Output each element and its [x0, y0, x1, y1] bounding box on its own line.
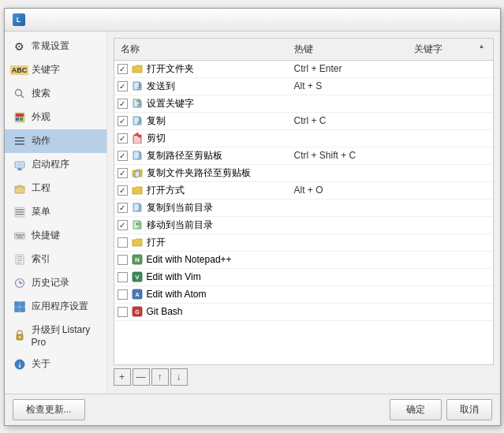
cancel-button[interactable]: 取消 — [446, 399, 492, 420]
project-icon — [13, 181, 27, 196]
table-header: 名称 热键 关键字 ▲ — [114, 39, 493, 61]
row-checkbox[interactable] — [118, 168, 128, 178]
main-area: 名称 热键 关键字 ▲ 打开文件夹Ctrl + Enter发送到Alt + S设… — [107, 32, 500, 394]
sidebar-item-hotkey[interactable]: ABC关键字 — [5, 58, 106, 82]
move-up-button[interactable]: ↑ — [151, 368, 169, 386]
sidebar-item-label: 索引 — [32, 252, 50, 266]
row-checkbox[interactable] — [118, 81, 128, 91]
svg-rect-20 — [18, 234, 21, 236]
index-icon — [13, 252, 27, 267]
row-checkbox[interactable] — [118, 307, 128, 317]
row-checkbox[interactable] — [118, 185, 128, 196]
sidebar-item-label: 关于 — [32, 357, 50, 371]
row-label: 剪切 — [147, 132, 166, 145]
confirm-button[interactable]: 确定 — [390, 399, 442, 420]
row-label: 移动到当前目录 — [147, 218, 213, 232]
row-label: 设置关键字 — [147, 97, 194, 110]
row-name-cell: 复制文件夹路径至剪贴板 — [118, 166, 291, 180]
table-row[interactable]: 设置关键字 — [114, 95, 493, 113]
sidebar-item-appsettings[interactable]: 应用程序设置 — [5, 295, 106, 319]
row-checkbox[interactable] — [118, 203, 128, 213]
add-action-button[interactable]: + — [114, 368, 131, 386]
row-icon — [131, 236, 144, 248]
sidebar-item-programs[interactable]: 启动程序 — [5, 153, 106, 177]
footer: 检查更新... 确定 取消 — [5, 394, 500, 425]
move-down-button[interactable]: ↓ — [170, 368, 188, 386]
hotkey-icon: ABC — [13, 63, 27, 77]
actions-table-container: 名称 热键 关键字 ▲ 打开文件夹Ctrl + Enter发送到Alt + S设… — [114, 38, 494, 365]
row-name-cell: 设置关键字 — [118, 97, 291, 110]
table-row[interactable]: 剪切 — [114, 130, 493, 147]
app-icon: L — [13, 13, 25, 26]
sidebar-item-general[interactable]: ⚙常规设置 — [5, 35, 106, 58]
svg-point-0 — [15, 89, 21, 95]
row-name-cell: GGit Bash — [118, 305, 291, 318]
table-row[interactable]: NEdit with Notepad++ — [114, 252, 493, 269]
row-label: 打开文件夹 — [147, 62, 194, 76]
table-row[interactable]: 复制路径至剪贴板Ctrl + Shift + C — [114, 147, 493, 165]
row-checkbox[interactable] — [118, 99, 128, 109]
row-checkbox[interactable] — [118, 220, 128, 230]
row-label: 复制文件夹路径至剪贴板 — [147, 166, 251, 180]
sidebar-item-label: 常规设置 — [32, 39, 69, 53]
sidebar-item-upgrade[interactable]: 升级到 Listary Pro — [5, 319, 106, 353]
row-name-cell: AEdit with Atom — [118, 288, 291, 300]
scroll-up-arrow[interactable]: ▲ — [477, 43, 487, 47]
row-icon — [131, 114, 144, 127]
sidebar-item-label: 工程 — [32, 181, 50, 195]
table-row[interactable]: 复制文件夹路径至剪贴板 — [114, 165, 493, 182]
table-row[interactable]: 复制到当前目录 — [114, 200, 493, 217]
svg-rect-22 — [17, 237, 22, 238]
row-checkbox[interactable] — [118, 151, 128, 161]
row-checkbox[interactable] — [118, 255, 128, 265]
sidebar-item-actions[interactable]: 动作 — [5, 129, 106, 153]
table-row[interactable]: 发送到Alt + S — [114, 78, 493, 95]
table-row[interactable]: GGit Bash — [114, 304, 493, 321]
svg-rect-26 — [17, 260, 22, 261]
table-row[interactable]: VEdit with Vim — [114, 269, 493, 286]
row-name-cell: 复制路径至剪贴板 — [118, 149, 291, 162]
sidebar-item-menu[interactable]: 菜单 — [5, 200, 106, 224]
table-row[interactable]: 打开文件夹Ctrl + Enter — [114, 61, 493, 78]
svg-text:V: V — [135, 274, 140, 281]
row-checkbox[interactable] — [118, 64, 128, 74]
upgrade-icon — [13, 328, 27, 342]
sidebar-item-label: 升级到 Listary Pro — [32, 323, 99, 348]
sidebar-item-label: 快捷键 — [32, 229, 60, 242]
table-row[interactable]: 复制Ctrl + C — [114, 113, 493, 130]
sidebar-item-shortcut[interactable]: 快捷键 — [5, 224, 106, 248]
row-checkbox[interactable] — [118, 237, 128, 248]
remove-action-button[interactable]: — — [133, 368, 150, 386]
sidebar-item-history[interactable]: 历史记录 — [5, 271, 106, 295]
row-shortcut: Ctrl + C — [291, 115, 411, 126]
check-updates-button[interactable]: 检查更新... — [13, 399, 85, 420]
row-label: 发送到 — [147, 80, 175, 93]
svg-line-1 — [21, 95, 24, 98]
row-label: 复制路径至剪贴板 — [147, 149, 222, 162]
appsettings-icon — [13, 300, 27, 314]
table-row[interactable]: AEdit with Atom — [114, 286, 493, 304]
row-name-cell: NEdit with Notepad++ — [118, 253, 291, 266]
table-row[interactable]: 打开 — [114, 234, 493, 252]
row-icon — [131, 184, 144, 196]
table-row[interactable]: 移动到当前目录 — [114, 217, 493, 234]
sidebar-item-index[interactable]: 索引 — [5, 248, 106, 271]
sidebar-item-label: 关键字 — [32, 63, 60, 77]
row-checkbox[interactable] — [118, 133, 128, 144]
row-checkbox[interactable] — [118, 272, 128, 282]
row-checkbox[interactable] — [118, 289, 128, 300]
sidebar-item-about[interactable]: i关于 — [5, 353, 106, 376]
row-label: 打开方式 — [147, 184, 185, 197]
table-row[interactable]: 打开方式Alt + O — [114, 182, 493, 200]
svg-rect-11 — [18, 168, 21, 170]
appearance-icon — [13, 110, 27, 125]
sidebar-item-project[interactable]: 工程 — [5, 177, 106, 200]
sidebar-item-label: 外观 — [32, 110, 50, 124]
row-label: 复制到当前目录 — [147, 201, 213, 215]
sidebar-item-appearance[interactable]: 外观 — [5, 106, 106, 129]
header-name: 名称 — [118, 41, 291, 58]
row-checkbox[interactable] — [118, 116, 128, 126]
shortcut-icon — [13, 229, 27, 243]
svg-text:G: G — [135, 309, 140, 315]
sidebar-item-search[interactable]: 搜索 — [5, 82, 106, 106]
